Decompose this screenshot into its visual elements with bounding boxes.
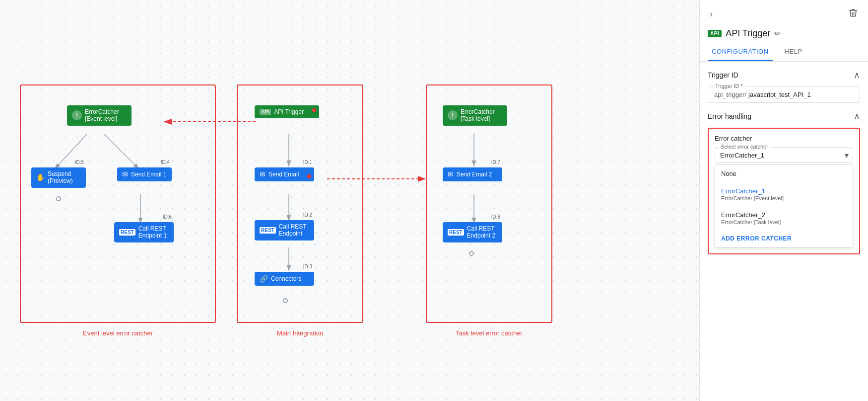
call-rest-main-id: ID:2 [303, 212, 312, 218]
trigger-id-value-row: api_trigger/ javascript_test_API_1 [714, 91, 854, 98]
edit-icon[interactable]: ✏ [774, 29, 781, 38]
send-email-main-node[interactable]: ✉ ID:1 Send Email [255, 167, 314, 181]
error-handling-section: Error handling ∧ Error catcher Select er… [700, 111, 868, 262]
canvas[interactable]: Event level error catcher Main Integrati… [0, 0, 699, 401]
error-catcher-event-node[interactable]: ! ErrorCatcher[Event level] [67, 105, 132, 126]
dropdown-list: None ErrorCatcher_1 ErrorCatcher [Event … [715, 164, 853, 247]
call-rest-1-id: ID:6 [163, 214, 172, 220]
dropdown-item-errorcatcher1[interactable]: ErrorCatcher_1 ErrorCatcher [Event level… [715, 182, 853, 206]
trigger-id-value: javascript_test_API_1 [748, 91, 811, 98]
error-catcher-label: Error catcher [715, 135, 853, 142]
tab-configuration[interactable]: CONFIGURATION [708, 43, 773, 61]
send-email-2-id: ID:7 [491, 160, 500, 165]
event-error-icon: ! [72, 110, 82, 120]
delete-icon [848, 8, 858, 18]
main-box-label: Main Integration [277, 329, 323, 337]
call-rest-2-port [469, 251, 474, 256]
dropdown-item-errorcatcher2[interactable]: ErrorCatcher_2 ErrorCatcher [Task level] [715, 206, 853, 230]
trigger-id-title: Trigger ID [708, 71, 738, 79]
connectors-port [283, 298, 288, 303]
trigger-id-field[interactable]: Trigger ID * api_trigger/ javascript_tes… [708, 86, 860, 103]
call-rest-2-id: ID:8 [491, 214, 500, 220]
dropdown-item-none[interactable]: None [715, 165, 853, 182]
send-email-main-id: ID:1 [303, 160, 312, 165]
select-label: Select error catcher [719, 144, 770, 150]
trigger-id-section: Trigger ID ∧ Trigger ID * api_trigger/ j… [700, 62, 868, 111]
select-arrow-icon: ▾ [845, 150, 849, 160]
add-error-catcher-button[interactable]: ADD ERROR CATCHER [715, 230, 853, 247]
suspend-node[interactable]: ✋ ID:5 Suspend(Preview) [31, 167, 86, 188]
api-trigger-node[interactable]: API API Trigger [255, 105, 319, 118]
error-catcher-task-node[interactable]: ! ErrorCatcher[Task level] [443, 105, 507, 126]
panel-collapse-button[interactable]: › [708, 7, 715, 21]
connectors-node[interactable]: 🔗 ID:3 Connectors [255, 272, 314, 286]
panel-delete-button[interactable] [846, 6, 860, 22]
task-error-icon: ! [448, 110, 458, 120]
dropdown-ec2-sublabel: ErrorCatcher [Task level] [721, 219, 847, 225]
suspend-port [56, 196, 61, 201]
call-rest-main-node[interactable]: REST ID:2 Call RESTEndpoint [255, 220, 314, 241]
send-email-1-node[interactable]: ✉ ID:4 Send Email 1 [117, 167, 172, 181]
panel-tabs: CONFIGURATION HELP [700, 43, 868, 62]
error-handling-collapse[interactable]: ∧ [854, 111, 860, 122]
trigger-id-prefix: api_trigger/ [714, 91, 746, 98]
select-value: ErrorCatcher_1 [720, 150, 837, 160]
panel-title-row: API API Trigger ✏ [700, 26, 868, 43]
dropdown-ec1-sublabel: ErrorCatcher [Event level] [721, 195, 847, 201]
call-rest-1-node[interactable]: REST ID:6 Call RESTEndpoint 1 [114, 222, 174, 242]
error-catcher-box: Error catcher Select error catcher Error… [708, 128, 860, 254]
panel-header: › [700, 0, 868, 26]
dropdown-none-label: None [721, 170, 847, 177]
suspend-id: ID:5 [75, 160, 84, 165]
event-box-label: Event level error catcher [83, 329, 153, 337]
connectors-id: ID:3 [303, 264, 312, 269]
dropdown-ec1-label: ErrorCatcher_1 [721, 187, 847, 195]
tab-help[interactable]: HELP [781, 43, 806, 61]
error-handling-header: Error handling ∧ [708, 111, 860, 122]
error-catcher-select[interactable]: Select error catcher ErrorCatcher_1 ▾ [715, 147, 853, 162]
send-email-2-node[interactable]: ✉ ID:7 Send Email 2 [443, 167, 502, 181]
trigger-id-label: Trigger ID * [713, 83, 745, 89]
panel-title: API Trigger [726, 28, 770, 39]
main-box: Main Integration [237, 84, 363, 323]
call-rest-2-node[interactable]: REST ID:8 Call RESTEndpoint 2 [443, 222, 502, 242]
trigger-id-header: Trigger ID ∧ [708, 70, 860, 80]
trigger-id-collapse[interactable]: ∧ [854, 70, 860, 80]
task-box-label: Task level error catcher [456, 329, 522, 337]
api-badge: API [708, 30, 722, 37]
error-handling-title: Error handling [708, 112, 751, 120]
dropdown-ec2-label: ErrorCatcher_2 [721, 211, 847, 219]
right-panel: › API API Trigger ✏ CONFIGURATION HELP T… [699, 0, 868, 401]
send-email-1-id: ID:4 [161, 160, 170, 165]
